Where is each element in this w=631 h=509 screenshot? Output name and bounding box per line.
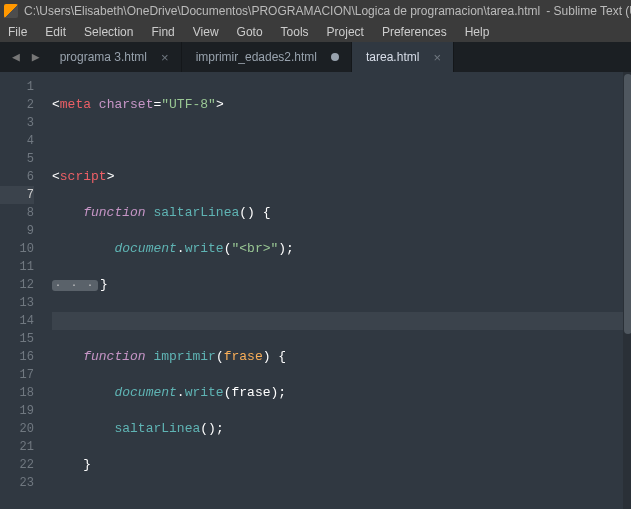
- title-suffix: - Sublime Text (U: [546, 4, 631, 18]
- line-number: 19: [0, 402, 34, 420]
- line-number: 10: [0, 240, 34, 258]
- line-number: 5: [0, 150, 34, 168]
- active-line: [52, 312, 631, 330]
- menu-help[interactable]: Help: [465, 25, 490, 39]
- menu-view[interactable]: View: [193, 25, 219, 39]
- menu-selection[interactable]: Selection: [84, 25, 133, 39]
- line-number: 15: [0, 330, 34, 348]
- line-number-gutter: 1234567891011121314151617181920212223: [0, 72, 44, 509]
- line-number: 16: [0, 348, 34, 366]
- menu-file[interactable]: File: [8, 25, 27, 39]
- line-number: 3: [0, 114, 34, 132]
- line-number: 13: [0, 294, 34, 312]
- code-area[interactable]: <meta charset="UTF-8"> <script> function…: [44, 72, 631, 509]
- title-path: C:\Users\Elisabeth\OneDrive\Documentos\P…: [24, 4, 540, 18]
- line-number: 14: [0, 312, 34, 330]
- tab-tarea[interactable]: tarea.html ×: [352, 42, 454, 72]
- nav-back-button[interactable]: ◀: [6, 42, 26, 72]
- line-number: 12: [0, 276, 34, 294]
- tab-bar: ◀ ▶ programa 3.html × imprimir_edades2.h…: [0, 42, 631, 72]
- nav-forward-button[interactable]: ▶: [26, 42, 46, 72]
- menu-project[interactable]: Project: [327, 25, 364, 39]
- close-icon[interactable]: ×: [433, 51, 441, 64]
- editor: 1234567891011121314151617181920212223 <m…: [0, 72, 631, 509]
- menu-edit[interactable]: Edit: [45, 25, 66, 39]
- line-number: 20: [0, 420, 34, 438]
- line-number: 22: [0, 456, 34, 474]
- menu-bar: File Edit Selection Find View Goto Tools…: [0, 22, 631, 42]
- window-titlebar: C:\Users\Elisabeth\OneDrive\Documentos\P…: [0, 0, 631, 22]
- line-number: 8: [0, 204, 34, 222]
- line-number: 9: [0, 222, 34, 240]
- tab-imprimir-edades2[interactable]: imprimir_edades2.html: [182, 42, 352, 72]
- line-number: 17: [0, 366, 34, 384]
- menu-find[interactable]: Find: [151, 25, 174, 39]
- line-number: 1: [0, 78, 34, 96]
- tab-label: imprimir_edades2.html: [196, 50, 317, 64]
- menu-goto[interactable]: Goto: [237, 25, 263, 39]
- tab-programa3[interactable]: programa 3.html ×: [46, 42, 182, 72]
- line-number: 11: [0, 258, 34, 276]
- line-number: 23: [0, 474, 34, 492]
- menu-preferences[interactable]: Preferences: [382, 25, 447, 39]
- dirty-indicator-icon: [331, 53, 339, 61]
- line-number: 2: [0, 96, 34, 114]
- tab-label: programa 3.html: [60, 50, 147, 64]
- menu-tools[interactable]: Tools: [281, 25, 309, 39]
- line-number: 21: [0, 438, 34, 456]
- scrollbar-thumb[interactable]: [624, 74, 631, 334]
- line-number: 6: [0, 168, 34, 186]
- tab-label: tarea.html: [366, 50, 419, 64]
- fold-marker-icon[interactable]: · · ·: [52, 280, 98, 291]
- vertical-scrollbar[interactable]: [623, 72, 631, 509]
- line-number: 4: [0, 132, 34, 150]
- close-icon[interactable]: ×: [161, 51, 169, 64]
- line-number: 18: [0, 384, 34, 402]
- app-icon: [4, 4, 18, 18]
- line-number: 7: [0, 186, 34, 204]
